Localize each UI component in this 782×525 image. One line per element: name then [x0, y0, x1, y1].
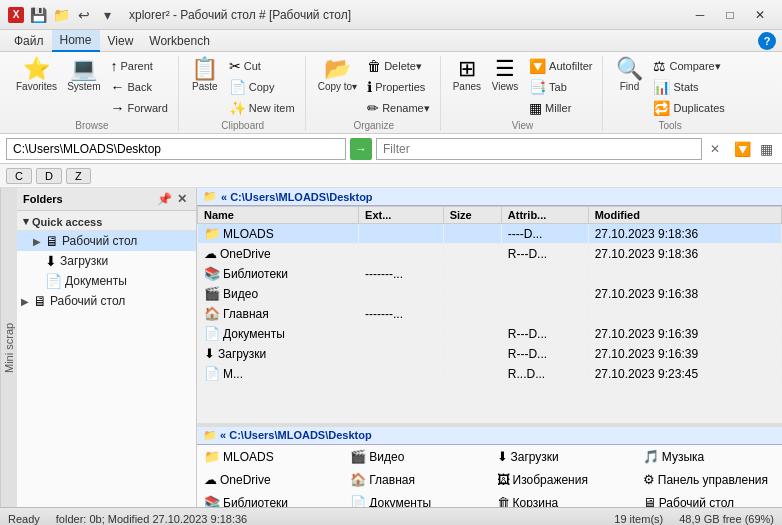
duplicates-button[interactable]: 🔁 Duplicates [649, 98, 728, 118]
sidebar-item-documents[interactable]: 📄 Документы [17, 271, 196, 291]
pin-icon[interactable]: 📌 [156, 191, 172, 207]
drive-z-button[interactable]: Z [66, 168, 91, 184]
compare-button[interactable]: ⚖ Compare▾ [649, 56, 728, 76]
folder-quick-btn[interactable]: 📁 [51, 5, 71, 25]
bottom-grid-item[interactable]: 🗑Корзина [490, 491, 636, 507]
table-row[interactable]: 📄Документы R---D... 27.10.2023 9:16:39 [198, 324, 782, 344]
sidebar-item-downloads[interactable]: ⬇ Загрузки [17, 251, 196, 271]
file-size-cell [443, 364, 501, 384]
tools-col: ⚖ Compare▾ 📊 Stats 🔁 Duplicates [649, 56, 728, 118]
col-size[interactable]: Size [443, 207, 501, 224]
address-input[interactable] [6, 138, 346, 160]
col-name[interactable]: Name [198, 207, 359, 224]
bottom-item-label: Изображения [513, 473, 588, 487]
menu-file[interactable]: Файл [6, 30, 52, 52]
go-button[interactable]: → [350, 138, 372, 160]
bottom-grid-item[interactable]: 📚Библиотеки [197, 491, 343, 507]
bottom-grid-item[interactable]: ☁OneDrive [197, 468, 343, 491]
col-modified[interactable]: Modified [588, 207, 781, 224]
bottom-grid-item[interactable]: 📁MLOADS [197, 445, 343, 468]
col-attrib[interactable]: Attrib... [501, 207, 588, 224]
parent-button[interactable]: ↑ Parent [106, 56, 171, 76]
drive-bar: C D Z [0, 164, 782, 188]
col-ext[interactable]: Ext... [359, 207, 444, 224]
autofilter-button[interactable]: 🔽 Autofilter [525, 56, 596, 76]
table-row[interactable]: 🎬Видео 27.10.2023 9:16:38 [198, 284, 782, 304]
filter-input[interactable] [376, 138, 702, 160]
quick-access-group[interactable]: ▾ Quick access [17, 211, 196, 231]
drive-d-button[interactable]: D [36, 168, 62, 184]
panes-icon: ⊞ [458, 58, 476, 80]
bottom-item-label: Рабочий стол [659, 496, 734, 508]
table-row[interactable]: 📚Библиотеки -------... [198, 264, 782, 284]
sidebar-item-desktop-1[interactable]: ▶ 🖥 Рабочий стол [17, 231, 196, 251]
bottom-item-label: Корзина [513, 496, 559, 508]
rename-button[interactable]: ✏ Rename▾ [363, 98, 434, 118]
new-item-button[interactable]: ✨ New item [225, 98, 299, 118]
filter-icon[interactable]: 🔽 [732, 139, 752, 159]
file-ext-cell: -------... [359, 264, 444, 284]
bottom-item-icon: 🖥 [643, 495, 656, 507]
table-row[interactable]: 📁MLOADS ----D... 27.10.2023 9:18:36 [198, 224, 782, 244]
system-button[interactable]: 💻 System [63, 56, 104, 94]
file-icon: 📚 [204, 266, 220, 281]
tab-button[interactable]: 📑 Tab [525, 77, 596, 97]
bottom-folder-icon: 📁 [203, 429, 217, 441]
table-row[interactable]: 🏠Главная -------... [198, 304, 782, 324]
sidebar-close-icon[interactable]: ✕ [174, 191, 190, 207]
cut-button[interactable]: ✂ Cut [225, 56, 299, 76]
panes-button[interactable]: ⊞ Panes [449, 56, 485, 94]
ribbon-group-tools: 🔍 Find ⚖ Compare▾ 📊 Stats 🔁 Duplicates T… [605, 56, 734, 131]
paste-button[interactable]: 📋 Paste [187, 56, 223, 94]
bottom-grid-item[interactable]: 🏠Главная [343, 468, 489, 491]
mini-scrap-panel[interactable]: Mini scrap [0, 188, 17, 507]
maximize-button[interactable]: □ [716, 4, 744, 26]
bottom-grid-item[interactable]: ⬇Загрузки [490, 445, 636, 468]
qa-dropdown-btn[interactable]: ▾ [97, 5, 117, 25]
sidebar-item-desktop-2[interactable]: ▶ 🖥 Рабочий стол [17, 291, 196, 311]
miller-button[interactable]: ▦ Miller [525, 98, 596, 118]
expand-icon[interactable]: ▶ [33, 236, 45, 247]
bottom-grid-item[interactable]: 🎬Видео [343, 445, 489, 468]
file-icon: 📁 [204, 226, 220, 241]
file-list-container[interactable]: Name Ext... Size Attrib... Modified 📁MLO… [197, 206, 782, 423]
properties-button[interactable]: ℹ Properties [363, 77, 434, 97]
menu-home[interactable]: Home [52, 30, 100, 52]
minimize-button[interactable]: ─ [686, 4, 714, 26]
file-table: Name Ext... Size Attrib... Modified 📁MLO… [197, 206, 782, 384]
copy-to-icon: 📂 [324, 58, 351, 80]
bottom-grid-item[interactable]: 🎵Музыка [636, 445, 782, 468]
table-row[interactable]: 📄М... R...D... 27.10.2023 9:23:45 [198, 364, 782, 384]
save-quick-btn[interactable]: 💾 [28, 5, 48, 25]
close-button[interactable]: ✕ [746, 4, 774, 26]
bottom-grid-item[interactable]: 🖼Изображения [490, 468, 636, 491]
bottom-item-icon: 📚 [204, 495, 220, 507]
find-button[interactable]: 🔍 Find [611, 56, 647, 94]
table-row[interactable]: ⬇Загрузки R---D... 27.10.2023 9:16:39 [198, 344, 782, 364]
view-toggle-icon[interactable]: ▦ [756, 139, 776, 159]
file-attrib-cell: R...D... [501, 364, 588, 384]
file-icon: ☁ [204, 246, 217, 261]
stats-icon: 📊 [653, 79, 670, 95]
views-button[interactable]: ☰ Views [487, 56, 523, 94]
undo-quick-btn[interactable]: ↩ [74, 5, 94, 25]
menu-workbench[interactable]: Workbench [141, 30, 217, 52]
forward-button[interactable]: → Forward [106, 98, 171, 118]
filter-clear-button[interactable]: ✕ [706, 140, 724, 158]
help-button[interactable]: ? [758, 32, 776, 50]
bottom-item-icon: 📄 [350, 495, 366, 507]
back-button[interactable]: ← Back [106, 77, 171, 97]
menu-view[interactable]: View [100, 30, 142, 52]
bottom-grid-item[interactable]: 📄Документы [343, 491, 489, 507]
bottom-grid-item[interactable]: 🖥Рабочий стол [636, 491, 782, 507]
drive-c-button[interactable]: C [6, 168, 32, 184]
stats-button[interactable]: 📊 Stats [649, 77, 728, 97]
clipboard-group-label: Clipboard [221, 120, 264, 131]
table-row[interactable]: ☁OneDrive R---D... 27.10.2023 9:18:36 [198, 244, 782, 264]
copy-button[interactable]: 📄 Copy [225, 77, 299, 97]
expand-icon[interactable]: ▶ [21, 296, 33, 307]
bottom-grid-item[interactable]: ⚙Панель управления [636, 468, 782, 491]
copy-to-button[interactable]: 📂 Copy to▾ [314, 56, 361, 94]
delete-button[interactable]: 🗑 Delete▾ [363, 56, 434, 76]
favorites-button[interactable]: ⭐ Favorites [12, 56, 61, 94]
